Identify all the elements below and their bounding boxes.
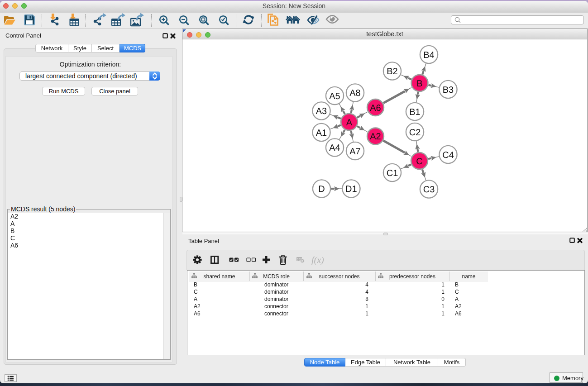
svg-text:C3: C3	[423, 185, 435, 195]
svg-text:D1: D1	[345, 184, 357, 194]
svg-text:C1: C1	[387, 168, 398, 178]
svg-text:C4: C4	[442, 150, 454, 160]
svg-text:B1: B1	[409, 107, 420, 117]
svg-text:A6: A6	[370, 103, 381, 113]
svg-text:B4: B4	[423, 50, 434, 60]
svg-text:A8: A8	[349, 88, 360, 98]
svg-text:A1: A1	[316, 128, 327, 138]
svg-text:C: C	[416, 157, 422, 167]
svg-text:B3: B3	[443, 85, 454, 95]
svg-text:D: D	[318, 184, 325, 194]
svg-text:A5: A5	[329, 91, 340, 101]
svg-text:A7: A7	[349, 147, 360, 157]
svg-text:B: B	[416, 79, 422, 89]
svg-text:A3: A3	[316, 106, 327, 116]
svg-text:C2: C2	[409, 128, 421, 138]
svg-text:A: A	[346, 118, 353, 128]
svg-text:A4: A4	[329, 143, 340, 153]
svg-text:B2: B2	[387, 67, 397, 76]
svg-text:f(x): f(x)	[311, 255, 324, 265]
svg-text:A2: A2	[370, 132, 381, 142]
